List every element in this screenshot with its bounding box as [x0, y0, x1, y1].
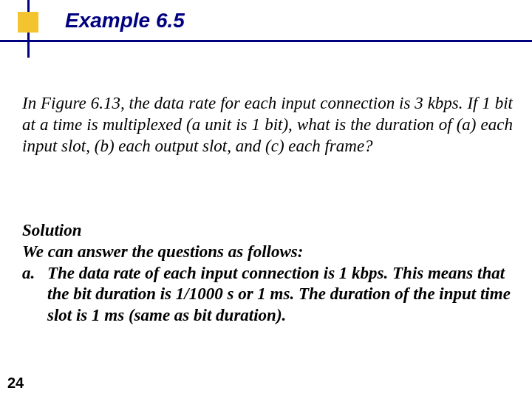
- solution-heading: Solution: [22, 220, 513, 242]
- solution-item: a. The data rate of each input connectio…: [22, 263, 513, 327]
- page-number: 24: [7, 375, 24, 392]
- slide-title: Example 6.5: [65, 9, 185, 33]
- solution-block: Solution We can answer the questions as …: [22, 220, 513, 327]
- header-horizontal-line: [0, 40, 532, 42]
- question-text: In Figure 6.13, the data rate for each i…: [22, 93, 513, 157]
- slide-header: Example 6.5: [0, 0, 532, 58]
- solution-item-marker: a.: [22, 263, 47, 327]
- solution-intro: We can answer the questions as follows:: [22, 242, 513, 263]
- solution-item-text: The data rate of each input connection i…: [47, 263, 513, 327]
- header-bullet-icon: [18, 12, 38, 33]
